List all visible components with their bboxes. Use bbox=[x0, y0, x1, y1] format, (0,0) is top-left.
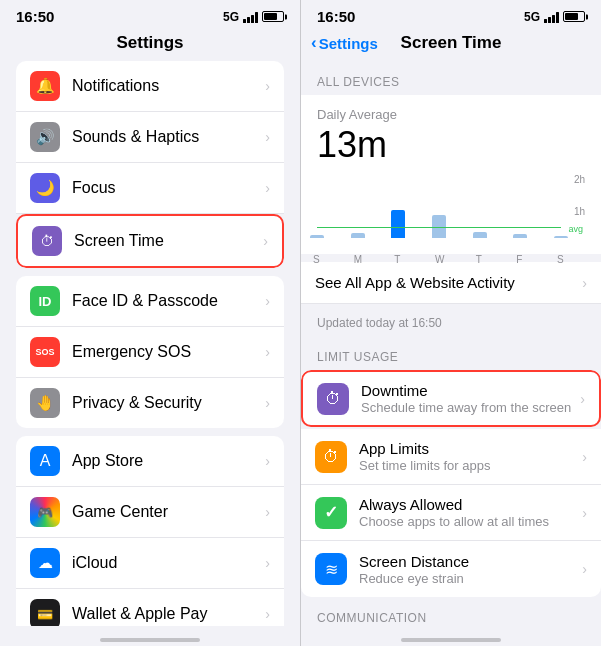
screendistance-subtitle: Reduce eye strain bbox=[359, 571, 582, 586]
icloud-icon: ☁ bbox=[30, 548, 60, 578]
settings-list: 🔔 Notifications › 🔊 Sounds & Haptics › 🌙… bbox=[0, 61, 300, 626]
daily-avg-label: Daily Average bbox=[317, 107, 585, 122]
chart-bars: avg bbox=[317, 174, 561, 238]
see-all-chevron: › bbox=[582, 275, 587, 291]
left-page-title: Settings bbox=[0, 29, 300, 61]
chart-bar-5 bbox=[513, 234, 527, 238]
chevron-icon: › bbox=[265, 344, 270, 360]
settings-row-privacy[interactable]: 🤚 Privacy & Security › bbox=[16, 378, 284, 428]
sounds-icon: 🔊 bbox=[30, 122, 60, 152]
chevron-icon: › bbox=[265, 78, 270, 94]
battery-icon bbox=[262, 11, 284, 22]
chevron-icon: › bbox=[265, 395, 270, 411]
screendistance-row[interactable]: ≋ Screen Distance Reduce eye strain › bbox=[301, 541, 601, 597]
downtime-text: Downtime Schedule time away from the scr… bbox=[361, 382, 580, 415]
wallet-icon: 💳 bbox=[30, 599, 60, 626]
icloud-label: iCloud bbox=[72, 554, 261, 572]
usage-chart: avg 2h 1h SMTWTFS bbox=[317, 174, 585, 254]
daily-avg-card: Daily Average 13m avg 2h 1h SMTWTFS bbox=[301, 95, 601, 254]
gamecenter-label: Game Center bbox=[72, 503, 261, 521]
focus-icon: 🌙 bbox=[30, 173, 60, 203]
settings-row-screentime[interactable]: ⏱ Screen Time › bbox=[16, 214, 284, 268]
avg-line bbox=[317, 227, 561, 229]
faceid-icon: ID bbox=[30, 286, 60, 316]
privacy-icon: 🤚 bbox=[30, 388, 60, 418]
chevron-icon: › bbox=[263, 233, 268, 249]
privacy-label: Privacy & Security bbox=[72, 394, 261, 412]
applimits-title: App Limits bbox=[359, 440, 582, 457]
screentime-label: Screen Time bbox=[74, 232, 259, 250]
chevron-icon: › bbox=[265, 180, 270, 196]
section-communication: COMMUNICATION bbox=[301, 597, 601, 626]
sos-icon: SOS bbox=[30, 337, 60, 367]
left-status-icons: 5G bbox=[223, 10, 284, 24]
downtime-chevron: › bbox=[580, 391, 585, 407]
alwaysallowed-subtitle: Choose apps to allow at all times bbox=[359, 514, 582, 529]
chart-bar-4 bbox=[473, 232, 487, 238]
settings-row-appstore[interactable]: A App Store › bbox=[16, 436, 284, 487]
settings-group-2: ID Face ID & Passcode › SOS Emergency SO… bbox=[16, 276, 284, 428]
faceid-label: Face ID & Passcode bbox=[72, 292, 261, 310]
chart-bar-1 bbox=[351, 233, 365, 238]
downtime-icon: ⏱ bbox=[317, 383, 349, 415]
focus-label: Focus bbox=[72, 179, 261, 197]
alwaysallowed-row[interactable]: ✓ Always Allowed Choose apps to allow at… bbox=[301, 485, 601, 541]
screendistance-icon: ≋ bbox=[315, 553, 347, 585]
updated-text: Updated today at 16:50 bbox=[301, 312, 601, 336]
settings-row-faceid[interactable]: ID Face ID & Passcode › bbox=[16, 276, 284, 327]
back-chevron-icon: ‹ bbox=[311, 33, 317, 53]
left-panel: 16:50 5G Settings 🔔 Notifications bbox=[0, 0, 300, 646]
signal-icon-right bbox=[544, 11, 559, 23]
chart-bar-6 bbox=[554, 236, 568, 238]
network-label: 5G bbox=[223, 10, 239, 24]
chevron-icon: › bbox=[265, 504, 270, 520]
right-page-title: Screen Time bbox=[401, 33, 502, 53]
appstore-icon: A bbox=[30, 446, 60, 476]
right-home-indicator bbox=[301, 626, 601, 646]
see-all-label: See All App & Website Activity bbox=[315, 274, 582, 291]
screendistance-text: Screen Distance Reduce eye strain bbox=[359, 553, 582, 586]
signal-icon bbox=[243, 11, 258, 23]
settings-row-notifications[interactable]: 🔔 Notifications › bbox=[16, 61, 284, 112]
applimits-chevron: › bbox=[582, 449, 587, 465]
right-status-time: 16:50 bbox=[317, 8, 355, 25]
applimits-text: App Limits Set time limits for apps bbox=[359, 440, 582, 473]
daily-avg-time: 13m bbox=[317, 124, 585, 166]
applimits-icon: ⏱ bbox=[315, 441, 347, 473]
applimits-row[interactable]: ⏱ App Limits Set time limits for apps › bbox=[301, 429, 601, 485]
network-label-right: 5G bbox=[524, 10, 540, 24]
battery-icon-right bbox=[563, 11, 585, 22]
applimits-subtitle: Set time limits for apps bbox=[359, 458, 582, 473]
alwaysallowed-icon: ✓ bbox=[315, 497, 347, 529]
downtime-title: Downtime bbox=[361, 382, 580, 399]
gamecenter-icon: 🎮 bbox=[30, 497, 60, 527]
alwaysallowed-chevron: › bbox=[582, 505, 587, 521]
downtime-row[interactable]: ⏱ Downtime Schedule time away from the s… bbox=[301, 370, 601, 427]
home-bar bbox=[100, 638, 200, 642]
limit-group: ⏱ Downtime Schedule time away from the s… bbox=[301, 370, 601, 597]
sounds-label: Sounds & Haptics bbox=[72, 128, 261, 146]
notifications-icon: 🔔 bbox=[30, 71, 60, 101]
settings-row-focus[interactable]: 🌙 Focus › bbox=[16, 163, 284, 214]
settings-group-3: A App Store › 🎮 Game Center › ☁ iCloud › bbox=[16, 436, 284, 626]
left-status-bar: 16:50 5G bbox=[0, 0, 300, 29]
settings-row-icloud[interactable]: ☁ iCloud › bbox=[16, 538, 284, 589]
right-status-icons: 5G bbox=[524, 10, 585, 24]
chevron-icon: › bbox=[265, 453, 270, 469]
screentime-icon: ⏱ bbox=[32, 226, 62, 256]
screendistance-chevron: › bbox=[582, 561, 587, 577]
see-all-row[interactable]: See All App & Website Activity › bbox=[301, 262, 601, 304]
sos-label: Emergency SOS bbox=[72, 343, 261, 361]
chart-bar-0 bbox=[310, 235, 324, 238]
wallet-label: Wallet & Apple Pay bbox=[72, 605, 261, 623]
notifications-label: Notifications bbox=[72, 77, 261, 95]
chevron-icon: › bbox=[265, 606, 270, 622]
right-navbar: ‹ Settings Screen Time bbox=[301, 29, 601, 61]
settings-row-sounds[interactable]: 🔊 Sounds & Haptics › bbox=[16, 112, 284, 163]
section-limit-usage: LIMIT USAGE bbox=[301, 336, 601, 370]
chart-y-labels: 2h 1h bbox=[574, 174, 585, 238]
back-button[interactable]: ‹ Settings bbox=[311, 33, 378, 53]
settings-row-sos[interactable]: SOS Emergency SOS › bbox=[16, 327, 284, 378]
settings-row-gamecenter[interactable]: 🎮 Game Center › bbox=[16, 487, 284, 538]
settings-row-wallet[interactable]: 💳 Wallet & Apple Pay › bbox=[16, 589, 284, 626]
